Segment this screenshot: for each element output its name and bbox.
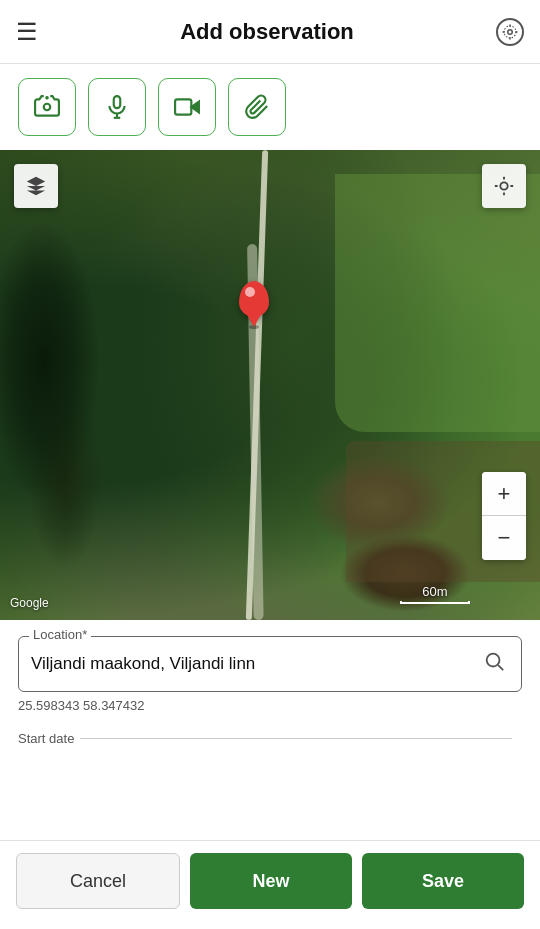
pin-head (239, 281, 269, 317)
map-background (0, 150, 540, 620)
svg-marker-9 (191, 102, 199, 113)
map-scale: 60m (400, 584, 470, 604)
add-video-button[interactable] (158, 78, 216, 136)
cancel-button[interactable]: Cancel (16, 853, 180, 909)
add-photo-button[interactable] (18, 78, 76, 136)
gps-icon[interactable] (496, 18, 524, 46)
svg-point-11 (487, 654, 500, 667)
location-section: Location* Viljandi maakond, Viljandi lin… (0, 636, 540, 723)
svg-rect-5 (114, 96, 121, 108)
save-button[interactable]: Save (362, 853, 524, 909)
start-date-label: Start date (18, 731, 80, 746)
add-audio-button[interactable] (88, 78, 146, 136)
zoom-out-button[interactable]: − (482, 516, 526, 560)
svg-rect-8 (175, 99, 191, 114)
attach-file-button[interactable] (228, 78, 286, 136)
coordinates-text: 25.598343 58.347432 (18, 692, 522, 723)
google-watermark: Google (10, 596, 49, 610)
page-title: Add observation (180, 19, 354, 45)
svg-point-1 (504, 26, 516, 38)
location-field-wrapper: Location* Viljandi maakond, Viljandi lin… (18, 636, 522, 692)
menu-icon[interactable]: ☰ (16, 18, 38, 46)
zoom-in-button[interactable]: + (482, 472, 526, 516)
map-locate-button[interactable] (482, 164, 526, 208)
map-road (246, 150, 268, 620)
location-search-icon[interactable] (479, 646, 509, 682)
bottom-action-bar: Cancel New Save (0, 840, 540, 929)
map-zoom-controls: + − (482, 472, 526, 560)
header: ☰ Add observation (0, 0, 540, 64)
location-value[interactable]: Viljandi maakond, Viljandi linn (31, 652, 479, 676)
svg-point-10 (500, 182, 507, 189)
start-date-section: Start date (0, 723, 540, 746)
scale-bar-line (400, 601, 470, 604)
svg-point-2 (44, 104, 51, 111)
location-label: Location* (29, 627, 91, 642)
map-layers-button[interactable] (14, 164, 58, 208)
location-input-row: Viljandi maakond, Viljandi linn (31, 637, 509, 691)
svg-point-0 (508, 29, 513, 34)
map-view[interactable]: + − 60m Google (0, 150, 540, 620)
svg-line-12 (498, 665, 503, 670)
new-button[interactable]: New (190, 853, 352, 909)
media-toolbar (0, 64, 540, 150)
map-location-pin (239, 281, 269, 329)
map-field-patch-right (335, 174, 540, 433)
